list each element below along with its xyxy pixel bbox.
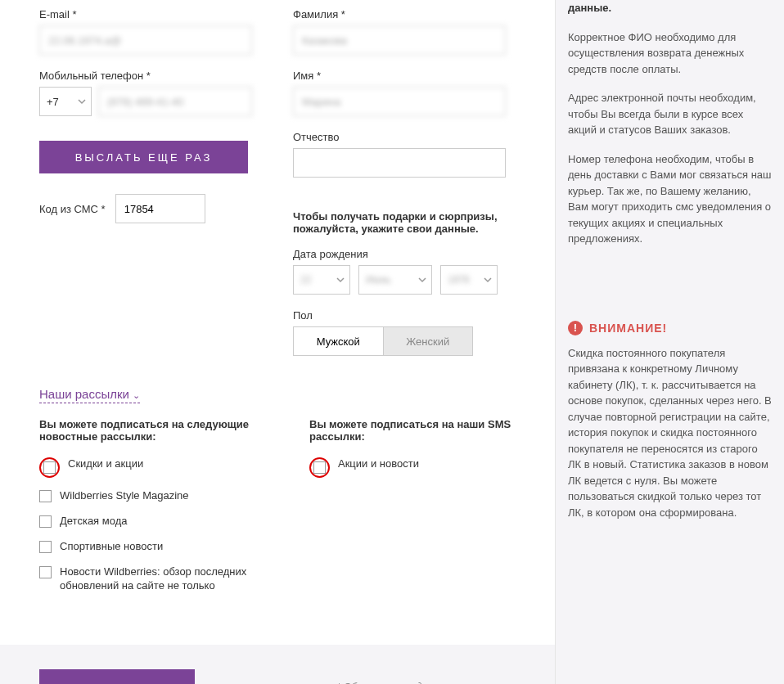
birth-year-value: 1976 — [448, 274, 470, 286]
news-checkbox-3[interactable] — [39, 541, 52, 553]
firstname-input[interactable] — [293, 87, 506, 116]
lastname-input[interactable] — [293, 25, 506, 55]
attention-icon: ! — [568, 321, 583, 335]
resend-sms-button[interactable]: ВЫСЛАТЬ ЕЩЕ РАЗ — [39, 141, 248, 173]
birth-day-select[interactable]: 22 — [293, 265, 350, 295]
sidebar-para-2: Адрес электронной почты необходим, чтобы… — [568, 90, 772, 138]
news-label-0: Скидки и акции — [68, 457, 143, 471]
lastname-label: Фамилия * — [293, 8, 506, 20]
news-label-3: Спортивные новости — [60, 540, 163, 554]
gender-male-button[interactable]: Мужской — [293, 326, 383, 356]
middlename-input[interactable] — [293, 148, 506, 178]
highlight-circle — [39, 457, 60, 478]
sms-code-input[interactable] — [115, 194, 205, 223]
confirm-button[interactable]: ПОДТВЕРДИТЬ — [39, 669, 195, 684]
phone-input[interactable] — [98, 87, 252, 116]
email-input[interactable] — [39, 25, 252, 55]
attention-text: Скидка постоянного покупателя привязана … — [568, 345, 772, 521]
news-label-2: Детская мода — [60, 515, 127, 529]
news-checkbox-2[interactable] — [39, 515, 52, 528]
chevron-down-icon — [336, 276, 345, 284]
required-fields-note: * Обязательные для заполнения поля. — [337, 681, 516, 684]
chevron-down-icon: ⌄ — [133, 390, 140, 400]
news-checkbox-4[interactable] — [39, 566, 52, 578]
news-checkbox-0[interactable] — [43, 461, 56, 474]
chevron-down-icon — [484, 276, 492, 284]
birth-month-select[interactable]: Июнь — [358, 265, 432, 295]
phone-code-value: +7 — [47, 96, 59, 108]
email-label: E-mail * — [39, 8, 252, 20]
news-checkbox-1[interactable] — [39, 490, 52, 502]
sidebar-lead: данные. — [568, 0, 772, 16]
birth-year-select[interactable]: 1976 — [440, 265, 498, 295]
chevron-down-icon — [78, 97, 86, 106]
birth-month-value: Июнь — [366, 274, 391, 286]
news-subscribe-title: Вы можете подписаться на следующие новос… — [39, 418, 268, 443]
gender-female-button[interactable]: Женский — [383, 326, 474, 356]
newsletters-toggle[interactable]: Наши рассылки⌄ — [39, 387, 140, 403]
sms-code-label: Код из СМС * — [39, 203, 106, 215]
news-label-1: Wildberries Style Magazine — [60, 489, 189, 503]
gender-label: Пол — [293, 309, 506, 322]
sidebar-para-1: Корректное ФИО необходимо для осуществле… — [568, 29, 772, 78]
sms-checkbox-0[interactable] — [313, 461, 326, 474]
firstname-label: Имя * — [293, 70, 506, 82]
sms-label-0: Акции и новости — [338, 457, 419, 471]
birthdate-label: Дата рождения — [293, 248, 506, 260]
middlename-label: Отчество — [293, 131, 506, 143]
gifts-prompt: Чтобы получать подарки и сюрпризы, пожал… — [293, 210, 506, 235]
birth-day-value: 22 — [300, 274, 311, 286]
chevron-down-icon — [418, 276, 426, 284]
attention-title: ВНИМАНИЕ! — [589, 322, 667, 335]
phone-label: Мобильный телефон * — [39, 70, 252, 82]
newsletters-header-label: Наши рассылки — [39, 387, 129, 401]
sms-subscribe-title: Вы можете подписаться на наши SMS рассыл… — [309, 418, 538, 443]
sidebar-para-3: Номер телефона необходим, чтобы в день д… — [568, 151, 772, 247]
news-label-4: Новости Wildberries: обзор последних обн… — [60, 565, 268, 593]
phone-code-select[interactable]: +7 — [39, 87, 92, 116]
highlight-circle — [309, 457, 330, 478]
